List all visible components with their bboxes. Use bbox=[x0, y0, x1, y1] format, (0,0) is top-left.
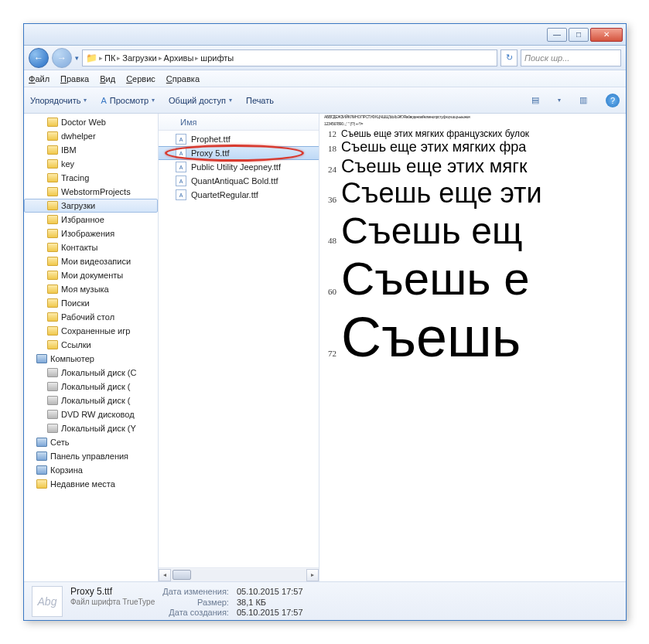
tree-item[interactable]: Поиски bbox=[24, 296, 158, 310]
help-button[interactable]: ? bbox=[606, 94, 620, 107]
tree-item[interactable]: DVD RW дисковод bbox=[24, 407, 158, 421]
menu-file[interactable]: Файл bbox=[29, 74, 50, 83]
crumb-downloads[interactable]: Загрузки bbox=[122, 53, 156, 63]
scroll-left-button[interactable]: ◂ bbox=[159, 569, 171, 581]
tree-item[interactable]: Doctor Web bbox=[24, 115, 158, 129]
sample-text: Съешь еще эти bbox=[341, 177, 542, 210]
tree-item[interactable]: Локальный диск (C bbox=[24, 366, 158, 380]
tree-item-label: Корзина bbox=[50, 465, 83, 475]
file-item[interactable]: AQuartetRegular.ttf bbox=[159, 188, 319, 202]
tree-item[interactable]: dwhelper bbox=[24, 129, 158, 143]
tree-item[interactable]: Недавние места bbox=[24, 477, 158, 491]
tree-item-label: Сеть bbox=[50, 438, 69, 447]
crumb-archives[interactable]: Архивы bbox=[164, 53, 194, 63]
tree-item[interactable]: Сеть bbox=[24, 435, 158, 449]
tree-item-label: Локальный диск (C bbox=[61, 368, 136, 377]
maximize-button[interactable]: □ bbox=[569, 28, 589, 42]
menu-edit[interactable]: Правка bbox=[60, 74, 89, 83]
font-file-icon: A bbox=[176, 162, 186, 172]
folder-icon bbox=[47, 131, 58, 141]
menu-tools[interactable]: Сервис bbox=[126, 74, 155, 83]
view-options-button[interactable]: ▤ bbox=[527, 93, 544, 108]
file-name: Public Utility Jeepney.ttf bbox=[191, 162, 281, 172]
menubar: Файл Правка Вид Сервис Справка bbox=[24, 70, 626, 87]
preview-sample-line: 72Съешь bbox=[324, 305, 626, 369]
nav-tree[interactable]: Doctor WebdwhelperIBMkeyTracingWebstormP… bbox=[24, 114, 159, 581]
file-list[interactable]: AProphet.ttfAProxy 5.ttfAPublic Utility … bbox=[159, 131, 319, 567]
tree-item[interactable]: Локальный диск (Y bbox=[24, 421, 158, 435]
tree-item[interactable]: Избранное bbox=[24, 213, 158, 227]
folder-icon bbox=[47, 340, 58, 349]
tree-item[interactable]: Панель управления bbox=[24, 449, 158, 463]
tree-item-label: Поиски bbox=[61, 298, 90, 308]
drive-icon bbox=[47, 368, 58, 377]
folder-icon bbox=[47, 173, 58, 182]
tree-item[interactable]: Изображения bbox=[24, 227, 158, 240]
tree-item[interactable]: Мои видеозаписи bbox=[24, 254, 158, 268]
forward-button[interactable]: → bbox=[52, 48, 72, 68]
menu-view[interactable]: Вид bbox=[100, 74, 115, 83]
details-created-label: Дата создания: bbox=[162, 608, 229, 617]
refresh-button[interactable]: ↻ bbox=[500, 49, 517, 66]
tree-item[interactable]: Рабочий стол bbox=[24, 310, 158, 324]
tree-item[interactable]: Tracing bbox=[24, 171, 158, 185]
share-button[interactable]: Общий доступ ▾ bbox=[169, 96, 232, 105]
folder-icon bbox=[47, 298, 58, 308]
chevron-down-icon[interactable]: ▾ bbox=[75, 54, 79, 62]
tree-item[interactable]: Компьютер bbox=[24, 352, 158, 366]
tree-item[interactable]: Корзина bbox=[24, 463, 158, 477]
tree-item-label: Панель управления bbox=[50, 451, 128, 461]
print-button[interactable]: Печать bbox=[246, 96, 274, 105]
tree-item[interactable]: Ссылки bbox=[24, 338, 158, 352]
folder-icon bbox=[47, 159, 58, 169]
tree-item[interactable]: Локальный диск ( bbox=[24, 380, 158, 394]
comp-icon bbox=[36, 354, 47, 363]
folder-icon bbox=[47, 145, 58, 155]
minimize-button[interactable]: — bbox=[547, 28, 567, 42]
tree-item[interactable]: Контакты bbox=[24, 240, 158, 254]
preview-sample-line: 18Съешь еще этих мягких фра bbox=[324, 139, 626, 155]
file-name: QuartetRegular.ttf bbox=[191, 190, 258, 199]
menu-help[interactable]: Справка bbox=[166, 74, 200, 83]
preview-pane-button[interactable]: ▥ bbox=[575, 93, 592, 108]
back-button[interactable]: ← bbox=[29, 48, 49, 68]
scroll-right-button[interactable]: ▸ bbox=[306, 569, 319, 581]
sample-text: Съешь ещ bbox=[341, 210, 522, 252]
preview-button[interactable]: A Просмотр ▾ bbox=[101, 96, 155, 105]
chevron-down-icon: ▾ bbox=[84, 97, 87, 104]
tree-item[interactable]: IBM bbox=[24, 143, 158, 157]
file-item[interactable]: AQuantAntiquaC Bold.ttf bbox=[159, 174, 319, 188]
tree-item-label: DVD RW дисковод bbox=[61, 410, 135, 419]
tree-item[interactable]: Локальный диск ( bbox=[24, 394, 158, 407]
scrollbar-thumb[interactable] bbox=[172, 570, 191, 580]
details-pane: Abg Proxy 5.ttf Дата изменения: 05.10.20… bbox=[24, 581, 626, 620]
tree-item[interactable]: Сохраненные игр bbox=[24, 324, 158, 338]
crumb-fonts[interactable]: шрифты bbox=[200, 53, 234, 63]
tree-item-label: IBM bbox=[61, 145, 77, 155]
file-name: Proxy 5.ttf bbox=[191, 148, 230, 158]
tree-item-label: key bbox=[61, 159, 74, 169]
tree-item[interactable]: WebstormProjects bbox=[24, 185, 158, 199]
tree-item[interactable]: Моя музыка bbox=[24, 282, 158, 296]
crumb-computer[interactable]: ПК bbox=[104, 53, 115, 63]
tree-item[interactable]: Загрузки bbox=[24, 199, 158, 213]
tree-item[interactable]: Мои документы bbox=[24, 268, 158, 282]
tree-item[interactable]: key bbox=[24, 157, 158, 171]
organize-button[interactable]: Упорядочить ▾ bbox=[30, 96, 87, 105]
horizontal-scrollbar[interactable]: ◂ ▸ bbox=[159, 567, 319, 581]
column-header-name[interactable]: Имя bbox=[159, 114, 319, 131]
file-item[interactable]: APublic Utility Jeepney.ttf bbox=[159, 160, 319, 174]
comp-icon bbox=[36, 438, 47, 447]
explorer-window: — □ ✕ ← → ▾ 📁 ▸ ПК ▸ Загрузки ▸ Архивы ▸… bbox=[23, 23, 627, 621]
file-item[interactable]: AProphet.ttf bbox=[159, 132, 319, 146]
body: Doctor WebdwhelperIBMkeyTracingWebstormP… bbox=[24, 114, 626, 581]
navbar: ← → ▾ 📁 ▸ ПК ▸ Загрузки ▸ Архивы ▸ шрифт… bbox=[24, 46, 626, 70]
file-item[interactable]: AProxy 5.ttf bbox=[159, 146, 319, 160]
font-icon: A bbox=[101, 96, 106, 105]
close-button[interactable]: ✕ bbox=[590, 28, 623, 42]
search-input[interactable]: Поиск шр... bbox=[521, 49, 621, 66]
breadcrumb[interactable]: 📁 ▸ ПК ▸ Загрузки ▸ Архивы ▸ шрифты bbox=[82, 49, 497, 66]
tree-item-label: Сохраненные игр bbox=[61, 326, 130, 336]
folder-icon bbox=[47, 257, 58, 266]
tree-item-label: Локальный диск (Y bbox=[61, 424, 136, 433]
